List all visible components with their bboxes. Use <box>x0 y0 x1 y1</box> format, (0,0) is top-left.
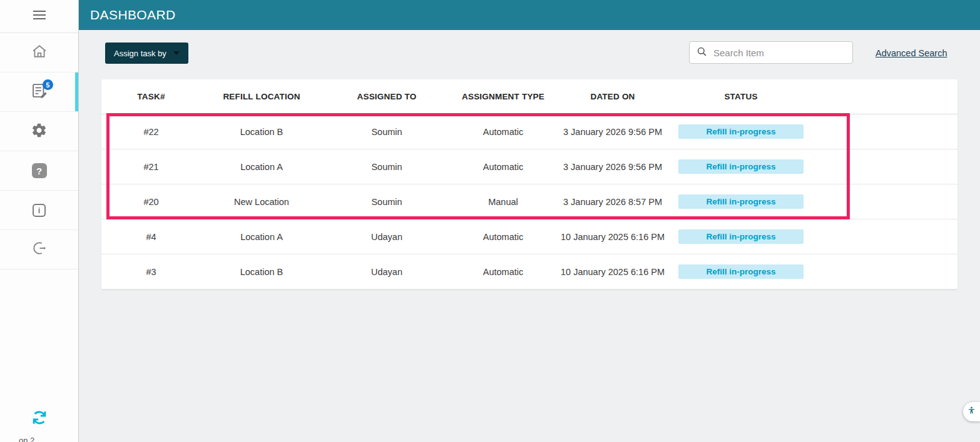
cell-dated: 10 January 2025 6:16 PM <box>555 267 670 277</box>
cell-status: Refill in-progress <box>670 159 812 174</box>
cell-dated: 3 January 2026 8:57 PM <box>555 197 670 207</box>
status-badge: Refill in-progress <box>678 124 804 139</box>
cell-type: Automatic <box>451 127 555 137</box>
cell-type: Automatic <box>451 162 555 172</box>
cell-assigned: Soumin <box>322 127 451 137</box>
sidebar-item-home[interactable] <box>0 33 78 73</box>
column-header-assigned-to: ASSIGNED TO <box>322 92 451 101</box>
sidebar-item-logout[interactable] <box>0 230 78 269</box>
cell-type: Automatic <box>451 267 555 277</box>
accessibility-widget-button[interactable] <box>963 402 980 421</box>
assign-task-by-button[interactable]: Assign task by <box>105 43 188 64</box>
cell-task: #3 <box>101 267 201 277</box>
cell-task: #4 <box>101 232 201 242</box>
cell-task: #21 <box>101 162 201 172</box>
cell-task: #22 <box>101 127 201 137</box>
search-icon <box>696 46 708 60</box>
table-row[interactable]: #4 Location A Udayan Automatic 10 Januar… <box>101 219 957 254</box>
advanced-search-link[interactable]: Advanced Search <box>875 48 947 58</box>
table-header-row: TASK# REFILL LOCATION ASSIGNED TO ASSIGN… <box>101 79 957 114</box>
column-header-dated-on: DATED ON <box>555 92 670 101</box>
cell-task: #20 <box>101 197 201 207</box>
gear-icon <box>31 122 48 141</box>
cell-status: Refill in-progress <box>670 124 812 139</box>
assign-task-by-label: Assign task by <box>114 49 166 58</box>
status-badge: Refill in-progress <box>678 159 804 174</box>
chevron-down-icon <box>173 51 180 55</box>
search-input[interactable] <box>713 48 846 58</box>
cell-type: Manual <box>451 197 555 207</box>
main-content: Assign task by Advanced Search TASK# REF… <box>79 30 980 442</box>
cell-location: Location B <box>201 127 322 137</box>
sidebar-item-info[interactable]: i <box>0 191 78 230</box>
cell-dated: 3 January 2026 9:56 PM <box>555 162 670 172</box>
column-header-refill-location: REFILL LOCATION <box>201 92 322 101</box>
top-header-bar: DASHBOARD <box>79 0 980 30</box>
menu-toggle-button[interactable] <box>0 0 78 33</box>
cell-location: Location B <box>201 267 322 277</box>
cell-status: Refill in-progress <box>670 229 812 244</box>
table-row[interactable]: #3 Location B Udayan Automatic 10 Januar… <box>101 254 957 289</box>
home-icon <box>31 43 48 63</box>
sidebar-item-help[interactable]: ? <box>0 151 78 191</box>
hamburger-icon <box>33 10 46 23</box>
cell-status: Refill in-progress <box>670 194 812 209</box>
sidebar-item-tasks[interactable]: 5 <box>0 73 78 112</box>
cell-dated: 3 January 2026 9:56 PM <box>555 127 670 137</box>
cell-assigned: Udayan <box>322 232 451 242</box>
column-header-task: TASK# <box>101 92 201 101</box>
status-badge: Refill in-progress <box>678 229 804 244</box>
table-row[interactable]: #22 Location B Soumin Automatic 3 Januar… <box>101 114 957 149</box>
column-header-assignment-type: ASSIGNMENT TYPE <box>451 92 555 101</box>
cell-status: Refill in-progress <box>670 264 812 279</box>
sidebar-item-settings[interactable] <box>0 112 78 151</box>
status-badge: Refill in-progress <box>678 264 804 279</box>
cell-assigned: Soumin <box>322 197 451 207</box>
table-row[interactable]: #20 New Location Soumin Manual 3 January… <box>101 184 957 219</box>
cell-dated: 10 January 2025 6:16 PM <box>555 232 670 242</box>
sync-button[interactable] <box>29 408 49 428</box>
version-text-fragment: on 2 <box>19 436 34 442</box>
help-icon: ? <box>32 163 47 178</box>
table-row[interactable]: #21 Location A Soumin Automatic 3 Januar… <box>101 149 957 184</box>
accessibility-icon <box>967 406 976 418</box>
tasks-table: TASK# REFILL LOCATION ASSIGNED TO ASSIGN… <box>101 79 957 289</box>
sidebar: 5 ? i o <box>0 0 79 442</box>
column-header-status: STATUS <box>670 92 812 101</box>
cell-location: Location A <box>201 162 322 172</box>
notification-badge: 5 <box>43 79 53 90</box>
info-icon: i <box>33 204 46 217</box>
cell-assigned: Soumin <box>322 162 451 172</box>
sync-icon <box>29 419 49 429</box>
page-title: DASHBOARD <box>90 8 176 23</box>
cell-assigned: Udayan <box>322 267 451 277</box>
cell-location: New Location <box>201 197 322 207</box>
search-box <box>689 41 853 64</box>
cell-location: Location A <box>201 232 322 242</box>
logout-icon <box>31 240 48 259</box>
status-badge: Refill in-progress <box>678 194 804 209</box>
cell-type: Automatic <box>451 232 555 242</box>
